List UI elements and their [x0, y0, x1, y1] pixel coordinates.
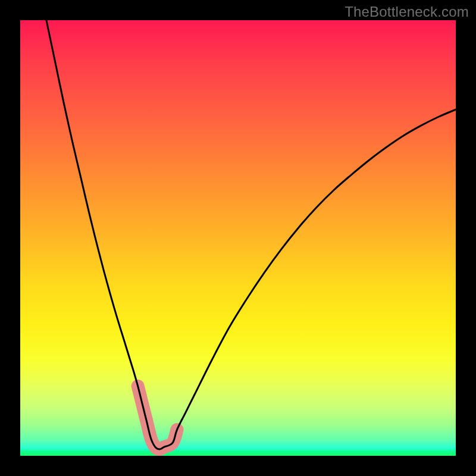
highlight-region-path [138, 386, 177, 449]
watermark-text: TheBottleneck.com [345, 4, 469, 20]
chart-plot-area [20, 20, 456, 456]
chart-svg [20, 20, 456, 456]
chart-frame: TheBottleneck.com [0, 0, 476, 476]
bottleneck-curve-path [46, 20, 456, 449]
